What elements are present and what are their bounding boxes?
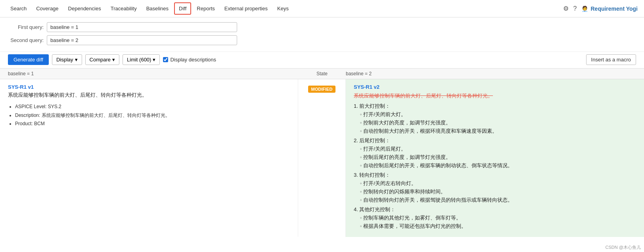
brand: 🧑‍💼 Requirement Yogi — [581, 6, 638, 12]
second-query-row: Second query: — [8, 35, 636, 45]
section-sub-item: 控制前大灯的亮度，如调节灯光强度。 — [360, 119, 636, 126]
section-sub-item: 根据具体需要，可能还包括车内灯光的控制。 — [360, 223, 636, 230]
left-meta-item: ASPICE Level: SYS.2 — [15, 103, 290, 111]
section-sub-item: 自动控制前大灯的开关，根据环境亮度和车辆速度等因素。 — [360, 128, 636, 135]
first-query-input[interactable] — [47, 22, 237, 32]
compare-dropdown[interactable]: Compare ▾ — [85, 54, 119, 65]
descriptions-checkbox-label[interactable]: Display descriptions — [163, 57, 216, 63]
right-req-id: SYS-R1 v2 — [354, 84, 636, 90]
diff-header-right: baseline = 2 — [346, 71, 636, 76]
nav-right: ⚙ ? 🧑‍💼 Requirement Yogi — [563, 5, 638, 12]
toolbar: Generate diff Display ▾ Compare ▾ Limit … — [0, 52, 644, 69]
diff-left-panel: SYS-R1 v1 系统应能够控制车辆的前大灯、后尾灯、转向灯等各种灯光。 AS… — [0, 79, 298, 237]
first-query-row: First query: — [8, 22, 636, 32]
first-query-label: First query: — [8, 24, 44, 30]
top-nav: SearchCoverageDependenciesTraceabilityBa… — [0, 0, 644, 17]
right-section-item: 2. 后尾灯控制：打开/关闭后尾灯。控制后尾灯的亮度，如调节灯光强度。自动控制后… — [354, 137, 636, 169]
diff-right-panel: SYS-R1 v2 系统应能够控制车辆的前大灯、后尾灯、转向灯等各种灯光。 1.… — [346, 79, 644, 237]
limit-chevron-icon: ▾ — [153, 57, 155, 63]
right-sections-list: 1. 前大灯控制：打开/关闭前大灯。控制前大灯的亮度，如调节灯光强度。自动控制前… — [354, 103, 636, 230]
nav-link-baselines[interactable]: Baselines — [142, 3, 172, 14]
section-title: 1. 前大灯控制： — [354, 103, 390, 109]
nav-link-keys[interactable]: Keys — [273, 3, 293, 14]
section-sub-item: 控制转向灯的闪烁频率和持续时间。 — [360, 188, 636, 195]
diff-body: SYS-R1 v1 系统应能够控制车辆的前大灯、后尾灯、转向灯等各种灯光。 AS… — [0, 79, 644, 237]
section-sub-item: 控制后尾灯的亮度，如调节灯光强度。 — [360, 154, 636, 161]
second-query-label: Second query: — [8, 37, 44, 43]
compare-label: Compare — [90, 57, 111, 63]
section-sub-item: 自动控制转向灯的开关，根据驾驶员的转向指示或车辆转向状态。 — [360, 197, 636, 204]
diff-header: baseline = 1 State baseline = 2 — [0, 69, 644, 79]
section-sub-list: 打开/关闭左右转向灯。控制转向灯的闪烁频率和持续时间。自动控制转向灯的开关，根据… — [354, 180, 636, 204]
right-section-item: 4. 其他灯光控制：控制车辆的其他灯光，如雾灯、倒车灯等。根据具体需要，可能还包… — [354, 206, 636, 230]
nav-link-coverage[interactable]: Coverage — [32, 3, 62, 14]
nav-link-traceability[interactable]: Traceability — [107, 3, 141, 14]
display-label: Display — [56, 57, 73, 63]
right-section-item: 1. 前大灯控制：打开/关闭前大灯。控制前大灯的亮度，如调节灯光强度。自动控制前… — [354, 103, 636, 135]
nav-links: SearchCoverageDependenciesTraceabilityBa… — [6, 2, 293, 15]
diff-center-panel: MODIFIED — [298, 79, 346, 237]
nav-link-reports[interactable]: Reports — [193, 3, 219, 14]
settings-icon[interactable]: ⚙ — [563, 5, 569, 12]
section-sub-item: 打开/关闭后尾灯。 — [360, 145, 636, 153]
query-section: First query: Second query: — [0, 17, 644, 52]
section-sub-list: 打开/关闭后尾灯。控制后尾灯的亮度，如调节灯光强度。自动控制后尾灯的开关，根据车… — [354, 145, 636, 169]
left-req-meta: ASPICE Level: SYS.2Description: 系统应能够控制车… — [8, 103, 290, 128]
left-req-desc: 系统应能够控制车辆的前大灯、后尾灯、转向灯等各种灯光。 — [8, 92, 290, 99]
status-badge: MODIFIED — [308, 86, 336, 93]
section-title: 4. 其他灯光控制： — [354, 206, 395, 212]
section-title: 2. 后尾灯控制： — [354, 137, 390, 143]
left-meta-item: Description: 系统应能够控制车辆的前大灯、后尾灯、转向灯等各种灯光。 — [15, 111, 290, 120]
diff-header-center: State — [298, 71, 346, 76]
insert-macro-button[interactable]: Insert as a macro — [586, 54, 636, 65]
generate-diff-button[interactable]: Generate diff — [8, 54, 49, 65]
diff-header-left: baseline = 1 — [8, 71, 298, 76]
compare-chevron-icon: ▾ — [112, 57, 115, 63]
limit-dropdown[interactable]: Limit (600) ▾ — [123, 54, 160, 65]
nav-link-search[interactable]: Search — [6, 3, 31, 14]
descriptions-checkbox[interactable] — [163, 57, 168, 62]
section-sub-item: 控制车辆的其他灯光，如雾灯、倒车灯等。 — [360, 214, 636, 221]
section-sub-list: 打开/关闭前大灯。控制前大灯的亮度，如调节灯光强度。自动控制前大灯的开关，根据环… — [354, 111, 636, 135]
second-query-input[interactable] — [47, 35, 237, 45]
section-title: 3. 转向灯控制： — [354, 172, 390, 178]
nav-link-dependencies[interactable]: Dependencies — [64, 3, 105, 14]
section-sub-item: 打开/关闭前大灯。 — [360, 111, 636, 118]
section-sub-list: 控制车辆的其他灯光，如雾灯、倒车灯等。根据具体需要，可能还包括车内灯光的控制。 — [354, 214, 636, 230]
brand-icon: 🧑‍💼 — [581, 6, 588, 12]
nav-link-external-properties[interactable]: External properties — [220, 3, 272, 14]
help-icon[interactable]: ? — [573, 5, 577, 12]
limit-label: Limit (600) — [127, 57, 151, 63]
section-sub-item: 打开/关闭左右转向灯。 — [360, 180, 636, 187]
display-chevron-icon: ▾ — [75, 57, 78, 63]
descriptions-label: Display descriptions — [170, 57, 216, 63]
section-sub-item: 自动控制后尾灯的开关，根据车辆的制动状态、倒车状态等情况。 — [360, 162, 636, 169]
left-req-id: SYS-R1 v1 — [8, 84, 290, 90]
display-dropdown[interactable]: Display ▾ — [52, 54, 82, 65]
brand-label: Requirement Yogi — [590, 6, 638, 12]
nav-link-diff[interactable]: Diff — [174, 2, 191, 15]
left-meta-item: Product: BCM — [15, 120, 290, 128]
right-section-item: 3. 转向灯控制：打开/关闭左右转向灯。控制转向灯的闪烁频率和持续时间。自动控制… — [354, 172, 636, 204]
right-req-strikethrough: 系统应能够控制车辆的前大灯、后尾灯、转向灯等各种灯光。 — [354, 92, 636, 99]
